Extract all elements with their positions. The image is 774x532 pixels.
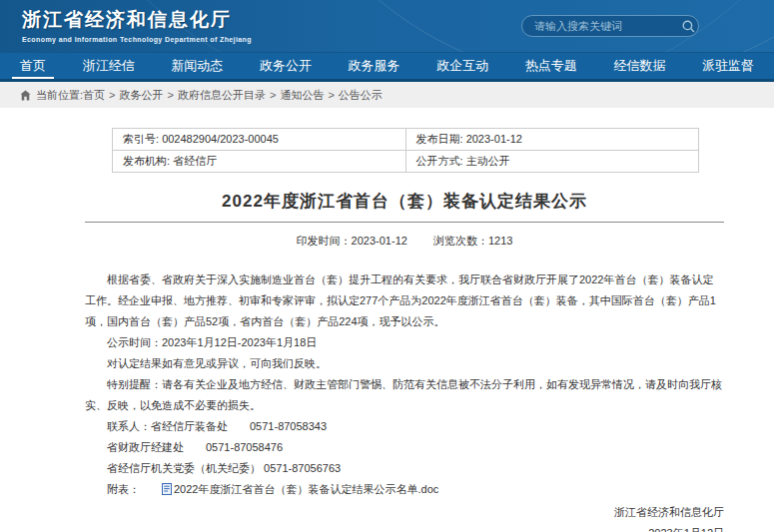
nav-item-hot-topics[interactable]: 热点专题 [515, 53, 587, 79]
views-value: 1213 [488, 235, 512, 247]
breadcrumb-separator: > [270, 89, 276, 101]
doc-file-icon [140, 481, 172, 502]
breadcrumb-item-home[interactable]: 首页 [83, 88, 105, 103]
doc-index-cell: 索引号: 002482904/2023-00045 [113, 129, 406, 151]
paragraph: 对认定结果如有意见或异议，可向我们反映。 [85, 353, 724, 374]
article-body: 根据省委、省政府关于深入实施制造业首台（套）提升工程的有关要求，我厅联合省财政厅… [85, 269, 724, 502]
nav-item-supervision[interactable]: 派驻监督 [692, 53, 764, 79]
search-icon[interactable] [682, 20, 701, 33]
title-divider [85, 222, 724, 223]
attachment-line: 附表：2022年度浙江省首台（套）装备认定结果公示名单.doc [85, 479, 724, 502]
paragraph: 特别提醒：请各有关企业及地方经信、财政主管部门警惕、防范有关信息被不法分子利用，… [85, 374, 724, 416]
search-box [521, 15, 699, 37]
doc-puborg-label: 发布机构: [123, 155, 170, 167]
site-title: 浙江省经济和信息化厅 [22, 7, 252, 33]
nav-item-gov-open[interactable]: 政务公开 [250, 53, 322, 79]
signature-block: 浙江省经济和信息化厅 2023年1月12日 [85, 502, 724, 532]
nav-item-interaction[interactable]: 政企互动 [426, 53, 498, 79]
breadcrumb-item-announcements[interactable]: 公告公示 [339, 88, 383, 103]
breadcrumb: 当前位置:首页 > 政务公开 > 政府信息公开目录 > 通知公告 > 公告公示 [0, 82, 774, 108]
breadcrumb-separator: > [328, 89, 334, 101]
attachment-name: 2022年度浙江省首台（套）装备认定结果公示名单.doc [174, 483, 438, 495]
doc-pubdate-label: 发布日期: [416, 133, 463, 145]
doc-openmode-label: 公开方式: [416, 155, 463, 167]
breadcrumb-separator: > [168, 89, 174, 101]
breadcrumb-item-gov-open[interactable]: 政务公开 [120, 88, 164, 103]
nav-item-news[interactable]: 新闻动态 [161, 53, 233, 79]
article: 2022年度浙江省首台（套）装备认定结果公示 印发时间：2023-01-12浏览… [85, 190, 724, 532]
attachment-link[interactable]: 2022年度浙江省首台（套）装备认定结果公示名单.doc [140, 483, 438, 495]
breadcrumb-separator: > [109, 89, 115, 101]
site-logo: 浙江省经济和信息化厅 Economy and Information Techn… [22, 7, 252, 43]
article-meta: 印发时间：2023-01-12浏览次数：1213 [85, 234, 724, 249]
site-header: 浙江省经济和信息化厅 Economy and Information Techn… [0, 0, 774, 52]
doc-index-label: 索引号: [123, 133, 159, 145]
views-label: 浏览次数： [433, 235, 488, 247]
site-subtitle: Economy and Information Technology Depar… [22, 36, 252, 43]
paragraph: 根据省委、省政府关于深入实施制造业首台（套）提升工程的有关要求，我厅联合省财政厅… [85, 269, 724, 332]
main-nav: 首页 浙江经信 新闻动态 政务公开 政务服务 政企互动 热点专题 经信数据 派驻… [0, 52, 774, 82]
breadcrumb-prefix: 当前位置: [36, 88, 83, 103]
breadcrumb-item-notices[interactable]: 通知公告 [280, 88, 324, 103]
doc-index-value: 002482904/2023-00045 [162, 133, 279, 145]
nav-item-data[interactable]: 经信数据 [603, 53, 675, 79]
home-icon [20, 90, 31, 101]
print-time-label: 印发时间： [297, 235, 352, 247]
doc-info-table: 索引号: 002482904/2023-00045 发布日期: 2023-01-… [112, 128, 699, 173]
paragraph-contact: 省财政厅经建处 0571-87058476 [85, 437, 724, 458]
table-row: 索引号: 002482904/2023-00045 发布日期: 2023-01-… [113, 129, 699, 151]
paragraph-contact: 省经信厅机关党委（机关纪委） 0571-87056763 [85, 458, 724, 479]
signature-org: 浙江省经济和信息化厅 [85, 502, 724, 523]
paragraph: 公示时间：2023年1月12日-2023年1月18日 [85, 332, 724, 353]
page: 浙江省经济和信息化厅 Economy and Information Techn… [0, 0, 774, 532]
article-content: 索引号: 002482904/2023-00045 发布日期: 2023-01-… [0, 108, 774, 532]
paragraph-contact: 联系人：省经信厅装备处 0571-87058343 [85, 416, 724, 437]
print-time-value: 2023-01-12 [352, 235, 407, 247]
doc-pubdate-value: 2023-01-12 [466, 133, 522, 145]
signature-date: 2023年1月12日 [85, 523, 724, 532]
search-input[interactable] [522, 20, 682, 32]
nav-item-home[interactable]: 首页 [10, 53, 56, 79]
nav-item-gov-service[interactable]: 政务服务 [339, 53, 410, 79]
table-row: 发布机构: 省经信厅 公开方式: 主动公开 [113, 151, 699, 173]
nav-item-zhejiang-jingxin[interactable]: 浙江经信 [73, 53, 145, 79]
doc-openmode-cell: 公开方式: 主动公开 [405, 151, 699, 173]
doc-puborg-cell: 发布机构: 省经信厅 [113, 151, 406, 173]
doc-puborg-value: 省经信厅 [173, 155, 217, 167]
doc-openmode-value: 主动公开 [466, 155, 510, 167]
doc-pubdate-cell: 发布日期: 2023-01-12 [405, 129, 699, 151]
breadcrumb-item-info-catalog[interactable]: 政府信息公开目录 [178, 88, 266, 103]
page-title: 2022年度浙江省首台（套）装备认定结果公示 [85, 190, 724, 213]
attachment-label: 附表： [107, 483, 140, 495]
